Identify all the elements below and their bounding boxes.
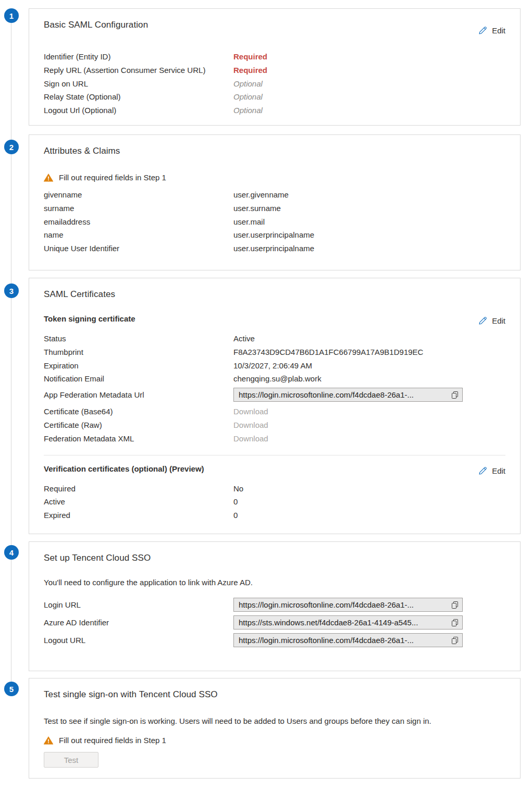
copy-icon[interactable] <box>451 636 459 645</box>
url-text: https://login.microsoftonline.com/f4dcda… <box>239 600 448 609</box>
certificate-row: Notification Email chengqing.su@plab.wor… <box>44 372 505 386</box>
url-text: https://login.microsoftonline.com/f4dcda… <box>239 390 448 399</box>
warning-text: Fill out required fields in Step 1 <box>59 734 166 747</box>
edit-label: Edit <box>492 316 505 325</box>
card-title-saml-certificates: SAML Certificates <box>44 289 505 300</box>
row-label: Relay State (Optional) <box>44 90 233 104</box>
claim-row: Unique User Identifier user.userprincipa… <box>44 242 505 255</box>
edit-label: Edit <box>492 466 505 475</box>
card-title-setup-sso: Set up Tencent Cloud SSO <box>44 552 505 564</box>
azure-ad-identifier-field[interactable]: https://sts.windows.net/f4dcdae8-26a1-41… <box>233 615 463 629</box>
token-signing-certificate-heading: Token signing certificate <box>44 314 135 324</box>
row-value: Active <box>233 332 255 345</box>
certificate-row: Status Active <box>44 332 505 345</box>
claim-value: user.surname <box>233 202 281 215</box>
metadata-url-row: App Federation Metadata Url https://logi… <box>44 388 505 402</box>
step-4-badge: 4 <box>4 545 19 560</box>
row-label: Reply URL (Assertion Consumer Service UR… <box>44 64 233 77</box>
row-value: chengqing.su@plab.work <box>233 372 321 386</box>
row-label: Logout Url (Optional) <box>44 104 233 117</box>
step-connector-line <box>11 16 11 689</box>
copy-icon[interactable] <box>451 601 459 609</box>
claim-name: Unique User Identifier <box>44 242 233 255</box>
card-title-attributes-claims: Attributes & Claims <box>44 145 505 157</box>
edit-verification-certificates-button[interactable]: Edit <box>478 466 505 476</box>
row-label: Expiration <box>44 359 233 373</box>
row-value: Required <box>233 50 267 64</box>
step-3-badge: 3 <box>4 283 19 298</box>
edit-label: Edit <box>492 26 505 35</box>
pencil-icon <box>478 466 488 476</box>
card-title-test-sso: Test single sign-on with Tencent Cloud S… <box>44 689 505 700</box>
logout-url-row: Logout URL https://login.microsoftonline… <box>44 633 505 647</box>
warning-banner: Fill out required fields in Step 1 <box>44 171 505 184</box>
row-label: Required <box>44 482 233 496</box>
config-row: Logout Url (Optional) Optional <box>44 104 505 117</box>
warning-banner: Fill out required fields in Step 1 <box>44 734 505 747</box>
row-label: Certificate (Base64) <box>44 405 233 418</box>
row-label: Status <box>44 332 233 345</box>
row-label: Identifier (Entity ID) <box>44 50 233 64</box>
claim-name: surname <box>44 202 233 215</box>
row-label: Logout URL <box>44 636 233 645</box>
claim-name: emailaddress <box>44 215 233 229</box>
copy-icon[interactable] <box>451 391 459 399</box>
verification-row: Required No <box>44 482 505 496</box>
setup-sso-description: You'll need to configure the application… <box>44 577 505 587</box>
claim-row: emailaddress user.mail <box>44 215 505 229</box>
config-row: Sign on URL Optional <box>44 77 505 91</box>
row-label: Certificate (Raw) <box>44 418 233 432</box>
claim-name: name <box>44 228 233 242</box>
claim-value: user.userprincipalname <box>233 228 314 242</box>
warning-icon <box>44 736 53 745</box>
certificate-row: Thumbprint F8A23743D9CD47B6D1A1FC66799A1… <box>44 345 505 359</box>
test-sso-description: Test to see if single sign-on is working… <box>44 716 505 726</box>
copy-icon[interactable] <box>451 619 459 627</box>
verification-certificates-heading: Verification certificates (optional) (Pr… <box>44 464 204 474</box>
config-row: Relay State (Optional) Optional <box>44 90 505 104</box>
app-federation-metadata-url-field[interactable]: https://login.microsoftonline.com/f4dcda… <box>233 388 463 402</box>
url-text: https://sts.windows.net/f4dcdae8-26a1-41… <box>239 618 448 627</box>
row-value: 0 <box>233 509 238 522</box>
certificate-row: Federation Metadata XML Download <box>44 432 505 446</box>
verification-row: Expired 0 <box>44 509 505 522</box>
row-value: 0 <box>233 495 238 509</box>
row-label: Notification Email <box>44 372 233 386</box>
url-text: https://login.microsoftonline.com/f4dcda… <box>239 636 448 645</box>
logout-url-field[interactable]: https://login.microsoftonline.com/f4dcda… <box>233 633 463 647</box>
claim-value: user.givenname <box>233 188 289 202</box>
section-divider <box>44 455 505 455</box>
claim-name: givenname <box>44 188 233 202</box>
attributes-claims-card: Attributes & Claims Fill out required fi… <box>29 134 521 270</box>
row-value: Required <box>233 64 267 77</box>
download-federation-metadata-xml-link[interactable]: Download <box>233 432 268 446</box>
pencil-icon <box>478 26 488 35</box>
edit-basic-saml-button[interactable]: Edit <box>478 26 505 35</box>
claim-row: name user.userprincipalname <box>44 228 505 242</box>
claim-row: givenname user.givenname <box>44 188 505 202</box>
card-title-basic-saml: Basic SAML Configuration <box>44 19 148 31</box>
row-label: Login URL <box>44 600 233 609</box>
test-button[interactable]: Test <box>44 752 98 768</box>
row-label: Thumbprint <box>44 345 233 359</box>
azure-ad-identifier-row: Azure AD Identifier https://sts.windows.… <box>44 615 505 629</box>
basic-saml-configuration-card: Basic SAML Configuration Edit Identifier… <box>29 8 521 126</box>
download-certificate-raw-link[interactable]: Download <box>233 418 268 432</box>
row-value: Optional <box>233 90 263 104</box>
row-label: App Federation Metadata Url <box>44 390 233 399</box>
login-url-field[interactable]: https://login.microsoftonline.com/f4dcda… <box>233 598 463 612</box>
config-row: Reply URL (Assertion Consumer Service UR… <box>44 64 505 77</box>
row-value: Optional <box>233 77 263 91</box>
row-value: Optional <box>233 104 263 117</box>
warning-icon <box>44 174 53 182</box>
row-label: Azure AD Identifier <box>44 618 233 627</box>
download-certificate-base64-link[interactable]: Download <box>233 405 268 418</box>
certificate-row: Expiration 10/3/2027, 2:06:49 AM <box>44 359 505 373</box>
row-value: 10/3/2027, 2:06:49 AM <box>233 359 312 373</box>
test-sso-card: Test single sign-on with Tencent Cloud S… <box>29 678 521 779</box>
edit-token-certificate-button[interactable]: Edit <box>478 316 505 326</box>
claim-value: user.mail <box>233 215 265 229</box>
config-row: Identifier (Entity ID) Required <box>44 50 505 64</box>
row-label: Sign on URL <box>44 77 233 91</box>
row-label: Federation Metadata XML <box>44 432 233 446</box>
